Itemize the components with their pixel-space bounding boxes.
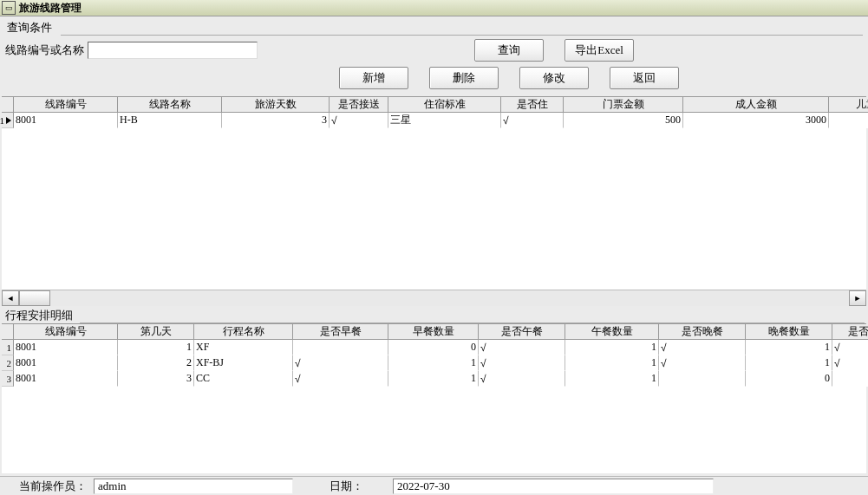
col2-lu[interactable]: 是否午餐	[479, 324, 565, 340]
cell-stay[interactable]: √	[501, 113, 564, 128]
window-title: 旅游线路管理	[19, 1, 82, 16]
export-excel-button[interactable]: 导出Excel	[565, 39, 634, 62]
cell-pickup[interactable]: √	[330, 113, 388, 128]
edit-button[interactable]: 修改	[519, 67, 589, 89]
cell-day[interactable]: 3	[118, 371, 194, 387]
cell-lun[interactable]: 1	[565, 340, 659, 355]
grid-empty-area	[2, 387, 866, 473]
col-child[interactable]: 儿童金额	[829, 97, 868, 113]
search-label: 线路编号或名称	[5, 42, 84, 58]
back-button[interactable]: 返回	[610, 67, 679, 89]
row-header-corner	[2, 324, 14, 340]
cell-di[interactable]: √	[659, 340, 746, 355]
cell-di[interactable]: √	[659, 355, 746, 371]
col-lodging[interactable]: 住宿标准	[388, 97, 501, 113]
col-route-name[interactable]: 线路名称	[118, 97, 222, 113]
delete-button[interactable]: 删除	[429, 67, 499, 89]
row-indicator: 2	[2, 355, 14, 371]
cell-extra[interactable]	[832, 371, 868, 387]
scroll-track[interactable]	[50, 290, 849, 306]
scroll-left-icon[interactable]: ◄	[2, 290, 19, 306]
cell-din[interactable]: 1	[746, 355, 832, 371]
cell-name[interactable]: H-B	[118, 113, 222, 128]
cell-name[interactable]: XF	[194, 340, 293, 355]
cell-bfn[interactable]: 0	[388, 340, 479, 355]
cell-lun[interactable]: 1	[565, 355, 659, 371]
row-indicator: 3	[2, 371, 14, 387]
cell-bf[interactable]: √	[293, 371, 388, 387]
cell-adult[interactable]: 3000	[683, 113, 829, 128]
cell-child[interactable]: 26	[829, 113, 868, 128]
detail-legend: 行程安排明细	[3, 308, 75, 323]
row-indicator: 1	[2, 113, 14, 128]
scroll-right-icon[interactable]: ►	[849, 290, 866, 306]
col2-day[interactable]: 第几天	[118, 324, 194, 340]
cell-din[interactable]: 0	[746, 371, 832, 387]
cell-name[interactable]: CC	[194, 371, 293, 387]
window-titlebar: ▭ 旅游线路管理	[0, 0, 868, 16]
date-label: 日期：	[330, 479, 363, 494]
cell-bf[interactable]	[293, 340, 388, 355]
row-header-corner	[2, 97, 14, 113]
operator-label: 当前操作员：	[19, 479, 87, 494]
col2-name[interactable]: 行程名称	[194, 324, 293, 340]
query-button[interactable]: 查询	[474, 39, 544, 62]
col-days[interactable]: 旅游天数	[222, 97, 330, 113]
cell-name[interactable]: XF-BJ	[194, 355, 293, 371]
col2-bfn[interactable]: 早餐数量	[388, 324, 479, 340]
operator-value: admin	[94, 479, 293, 494]
search-input[interactable]	[88, 42, 258, 59]
cell-lu[interactable]: √	[479, 371, 565, 387]
cell-lun[interactable]: 1	[565, 371, 659, 387]
cell-bfn[interactable]: 1	[388, 355, 479, 371]
cell-code[interactable]: 8001	[14, 113, 118, 128]
cell-days[interactable]: 3	[222, 113, 330, 128]
cell-bf[interactable]: √	[293, 355, 388, 371]
cell-lu[interactable]: √	[479, 355, 565, 371]
col2-extra[interactable]: 是否	[832, 324, 868, 340]
col-route-code[interactable]: 线路编号	[14, 97, 118, 113]
cell-extra[interactable]: √	[832, 355, 868, 371]
col2-di[interactable]: 是否晚餐	[659, 324, 746, 340]
col2-bf[interactable]: 是否早餐	[293, 324, 388, 340]
cell-ticket[interactable]: 500	[564, 113, 683, 128]
col2-lun[interactable]: 午餐数量	[565, 324, 659, 340]
routes-hscrollbar[interactable]: ◄ ►	[2, 290, 866, 306]
col-stay[interactable]: 是否住	[501, 97, 564, 113]
cell-lodging[interactable]: 三星	[388, 113, 501, 128]
cell-code[interactable]: 8001	[14, 371, 118, 387]
window-icon: ▭	[2, 1, 16, 15]
routes-grid[interactable]: 线路编号 线路名称 旅游天数 是否接送 住宿标准 是否住 门票金额 成人金额 儿…	[2, 97, 866, 128]
add-button[interactable]: 新增	[339, 67, 408, 89]
query-legend: 查询条件	[5, 20, 54, 36]
cell-din[interactable]: 1	[746, 340, 832, 355]
grid-empty-area	[2, 128, 866, 290]
scroll-thumb[interactable]	[19, 290, 50, 306]
col-ticket[interactable]: 门票金额	[564, 97, 683, 113]
cell-bfn[interactable]: 1	[388, 371, 479, 387]
cell-extra[interactable]: √	[832, 340, 868, 355]
row-indicator: 1	[2, 340, 14, 355]
col-adult[interactable]: 成人金额	[683, 97, 829, 113]
cell-day[interactable]: 2	[118, 355, 194, 371]
col-pickup[interactable]: 是否接送	[330, 97, 388, 113]
cell-code[interactable]: 8001	[14, 355, 118, 371]
date-value: 2022-07-30	[393, 479, 714, 494]
cell-code[interactable]: 8001	[14, 340, 118, 355]
col2-code[interactable]: 线路编号	[14, 324, 118, 340]
cell-di[interactable]	[659, 371, 746, 387]
col2-din[interactable]: 晚餐数量	[746, 324, 832, 340]
cell-lu[interactable]: √	[479, 340, 565, 355]
status-bar: 当前操作员： admin 日期： 2022-07-30	[0, 476, 868, 495]
cell-day[interactable]: 1	[118, 340, 194, 355]
itinerary-grid[interactable]: 线路编号 第几天 行程名称 是否早餐 早餐数量 是否午餐 午餐数量 是否晚餐 晚…	[2, 324, 866, 387]
current-row-arrow-icon	[6, 117, 11, 124]
